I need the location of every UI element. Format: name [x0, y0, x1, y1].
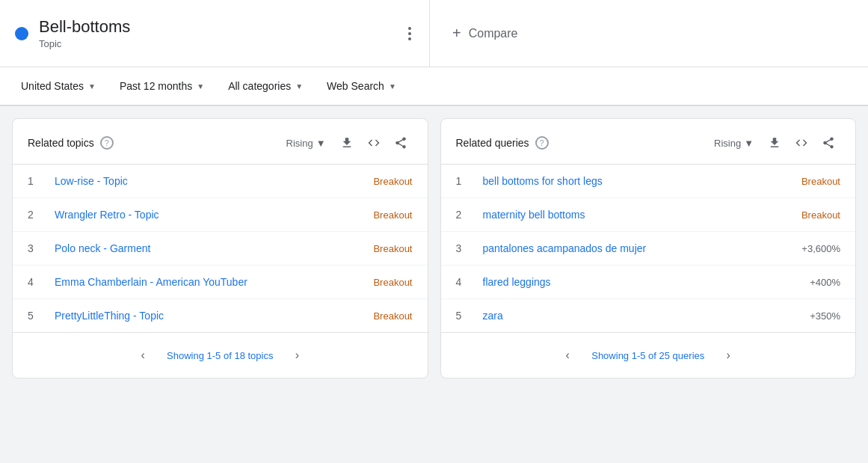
item-link[interactable]: zara	[483, 310, 810, 322]
topics-list-item: 1 Low-rise - Topic Breakout	[13, 165, 428, 198]
compare-plus-icon: +	[452, 25, 461, 42]
queries-title-group: Related queries ?	[456, 136, 549, 150]
topics-list-item: 2 Wrangler Retro - Topic Breakout	[13, 198, 428, 232]
category-label: All categories	[228, 80, 291, 92]
item-value: +3,600%	[801, 243, 840, 254]
period-arrow-icon: ▼	[197, 82, 204, 91]
queries-footer: ‹ Showing 1-5 of 25 queries ›	[441, 332, 856, 378]
topics-next-button[interactable]: ›	[285, 343, 309, 367]
filters-bar: United States ▼ Past 12 months ▼ All cat…	[0, 67, 868, 106]
topics-pagination: Showing 1-5 of 18 topics	[167, 350, 273, 361]
period-label: Past 12 months	[120, 80, 192, 92]
topics-embed-button[interactable]	[362, 131, 386, 155]
item-number: 4	[456, 276, 471, 288]
item-link[interactable]: maternity bell bottoms	[483, 209, 801, 221]
search-type-arrow-icon: ▼	[389, 82, 396, 91]
three-dots-icon	[408, 27, 411, 40]
queries-prev-button[interactable]: ‹	[555, 343, 579, 367]
topics-title-group: Related topics ?	[28, 136, 114, 150]
period-filter[interactable]: Past 12 months ▼	[111, 76, 213, 96]
queries-pagination: Showing 1-5 of 25 queries	[591, 350, 704, 361]
topics-list-item: 4 Emma Chamberlain - American YouTuber B…	[13, 266, 428, 299]
item-value: Breakout	[801, 176, 840, 187]
topics-sort-arrow-icon: ▼	[316, 138, 326, 149]
item-value: Breakout	[373, 243, 412, 254]
topics-share-button[interactable]	[389, 131, 413, 155]
topics-list-item: 3 Polo neck - Garment Breakout	[13, 232, 428, 266]
queries-list-item: 4 flared leggings +400%	[441, 266, 856, 299]
topic-section: Bell-bottoms Topic	[0, 0, 430, 67]
topics-list-item: 5 PrettyLittleThing - Topic Breakout	[13, 299, 428, 332]
item-value: +350%	[810, 310, 840, 322]
queries-sort-button[interactable]: Rising ▼	[708, 135, 760, 152]
topic-name: Bell-bottoms	[39, 17, 130, 37]
topics-download-button[interactable]	[335, 131, 359, 155]
item-link[interactable]: Polo neck - Garment	[55, 242, 373, 254]
queries-share-button[interactable]	[816, 131, 840, 155]
queries-panel-title: Related queries	[456, 137, 529, 149]
region-arrow-icon: ▼	[88, 82, 96, 91]
item-number: 5	[28, 310, 43, 322]
queries-sort-label: Rising	[714, 138, 741, 149]
region-label: United States	[21, 80, 84, 92]
queries-help-icon[interactable]: ?	[535, 136, 549, 150]
topics-list: 1 Low-rise - Topic Breakout 2 Wrangler R…	[13, 165, 428, 332]
item-number: 3	[28, 242, 43, 254]
compare-section[interactable]: + Compare	[430, 0, 868, 67]
item-number: 2	[456, 209, 471, 221]
topics-help-icon[interactable]: ?	[100, 136, 114, 150]
search-type-label: Web Search	[327, 80, 384, 92]
item-value: Breakout	[373, 209, 412, 221]
queries-list-item: 3 pantalones acampanados de mujer +3,600…	[441, 232, 856, 266]
item-value: +400%	[810, 277, 840, 288]
item-link[interactable]: Wrangler Retro - Topic	[55, 209, 373, 221]
queries-next-button[interactable]: ›	[716, 343, 740, 367]
category-arrow-icon: ▼	[295, 82, 303, 91]
item-value: Breakout	[373, 310, 412, 322]
topic-dot	[15, 27, 28, 40]
queries-list: 1 bell bottoms for short legs Breakout 2…	[441, 165, 856, 332]
item-link[interactable]: Low-rise - Topic	[55, 175, 373, 187]
topic-subtitle: Topic	[39, 38, 130, 49]
item-number: 3	[456, 242, 471, 254]
item-number: 1	[456, 175, 471, 187]
queries-sort-arrow-icon: ▼	[744, 138, 754, 149]
topics-panel-header: Related topics ? Rising ▼	[13, 119, 428, 164]
topics-controls: Rising ▼	[280, 131, 413, 155]
topics-sort-label: Rising	[286, 138, 313, 149]
topic-menu-button[interactable]	[402, 21, 417, 46]
main-content: Related topics ? Rising ▼	[0, 106, 868, 390]
item-number: 4	[28, 276, 43, 288]
item-link[interactable]: PrettyLittleThing - Topic	[55, 310, 373, 322]
related-queries-panel: Related queries ? Rising ▼	[440, 118, 857, 378]
related-topics-panel: Related topics ? Rising ▼	[12, 118, 428, 378]
queries-list-item: 2 maternity bell bottoms Breakout	[441, 198, 856, 232]
item-link[interactable]: bell bottoms for short legs	[483, 175, 801, 187]
item-link[interactable]: Emma Chamberlain - American YouTuber	[55, 276, 373, 288]
search-type-filter[interactable]: Web Search ▼	[318, 76, 405, 96]
topics-prev-button[interactable]: ‹	[131, 343, 155, 367]
item-link[interactable]: flared leggings	[483, 276, 810, 288]
compare-label: Compare	[469, 27, 518, 40]
queries-list-item: 5 zara +350%	[441, 299, 856, 332]
item-number: 5	[456, 310, 471, 322]
region-filter[interactable]: United States ▼	[12, 76, 105, 96]
queries-controls: Rising ▼	[708, 131, 840, 155]
topics-footer: ‹ Showing 1-5 of 18 topics ›	[13, 332, 428, 378]
item-link[interactable]: pantalones acampanados de mujer	[483, 242, 802, 254]
item-number: 2	[28, 209, 43, 221]
category-filter[interactable]: All categories ▼	[219, 76, 312, 96]
item-value: Breakout	[801, 209, 840, 221]
topics-sort-button[interactable]: Rising ▼	[280, 135, 332, 152]
item-value: Breakout	[373, 176, 412, 187]
item-number: 1	[28, 175, 43, 187]
topics-panel-title: Related topics	[28, 137, 94, 149]
topic-text: Bell-bottoms Topic	[39, 17, 130, 49]
queries-download-button[interactable]	[763, 131, 787, 155]
queries-panel-header: Related queries ? Rising ▼	[441, 119, 856, 164]
queries-embed-button[interactable]	[789, 131, 813, 155]
item-value: Breakout	[373, 277, 412, 288]
queries-list-item: 1 bell bottoms for short legs Breakout	[441, 165, 856, 198]
